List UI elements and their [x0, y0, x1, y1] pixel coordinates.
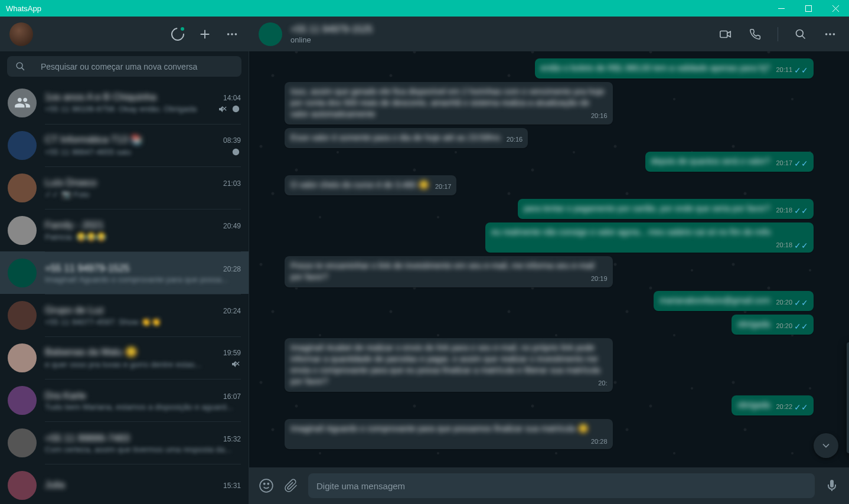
- message-bubble[interactable]: então o boleto de R$1.980,00 tem a valid…: [535, 58, 814, 78]
- svg-point-12: [796, 30, 804, 37]
- chat-avatar: [8, 89, 37, 117]
- chat-time: 15:32: [223, 435, 241, 443]
- new-chat-icon[interactable]: [198, 27, 212, 41]
- close-button[interactable]: [822, 0, 849, 17]
- incoming-message[interactable]: Posso te encaminhar o link de investimen…: [285, 256, 814, 287]
- chat-item[interactable]: +55 11 94979-152520:28Imaginal! Aguardo …: [0, 251, 249, 294]
- maximize-button[interactable]: [795, 0, 822, 17]
- chat-time: 16:07: [223, 392, 241, 401]
- search-input[interactable]: Pesquisar ou começar uma nova conversa: [7, 56, 241, 77]
- message-bubble[interactable]: eu realmente não consigo o valor agora..…: [485, 222, 814, 253]
- chat-time: 21:03: [223, 179, 241, 188]
- chat-menu-icon[interactable]: [823, 27, 837, 41]
- svg-rect-1: [805, 5, 811, 11]
- menu-icon[interactable]: [225, 27, 239, 41]
- my-avatar[interactable]: [9, 22, 33, 46]
- outgoing-message[interactable]: então o boleto de R$1.980,00 tem a valid…: [285, 58, 814, 78]
- mic-icon[interactable]: [824, 478, 840, 493]
- minimize-button[interactable]: [768, 0, 795, 17]
- chat-item-body: Julia15:31: [45, 464, 241, 504]
- svg-point-16: [833, 33, 835, 35]
- chat-time: 20:24: [223, 307, 241, 315]
- svg-point-5: [231, 33, 233, 35]
- emoji-icon[interactable]: [259, 478, 274, 493]
- messages-pane[interactable]: então o boleto de R$1.980,00 tem a valid…: [249, 51, 849, 467]
- attach-icon[interactable]: [283, 478, 299, 493]
- chat-item[interactable]: CT Informática T13 📚08:39+55 11 96647-46…: [0, 124, 249, 166]
- message-bubble[interactable]: O valor cheio do curso é de 3.480 😊20:17: [285, 175, 456, 195]
- message-bubble[interactable]: depois de quantos será o valor?20:17✓✓: [645, 152, 814, 172]
- outgoing-message[interactable]: obrigada20:22✓✓: [285, 395, 814, 415]
- outgoing-message[interactable]: obrigada20:20✓✓: [285, 315, 814, 335]
- message-text: obrigada: [737, 400, 770, 410]
- chat-item[interactable]: Julia15:31: [0, 464, 249, 504]
- scroll-to-bottom-button[interactable]: [814, 433, 838, 458]
- video-call-icon[interactable]: [719, 27, 733, 41]
- message-bubble[interactable]: Imaginal! Aguardo o comprovante para que…: [285, 419, 613, 449]
- message-meta: 20:11✓✓: [776, 66, 808, 74]
- message-bubble[interactable]: Isso, assim que gerado ele fica disponív…: [285, 82, 613, 125]
- ctx-forward[interactable]: Encaminhar mensagem: [847, 371, 849, 402]
- svg-point-17: [260, 479, 273, 492]
- incoming-message[interactable]: Isso, assim que gerado ele fica disponív…: [285, 82, 814, 125]
- message-time: 20:: [598, 378, 607, 389]
- muted-icon: [230, 359, 241, 369]
- message-text: depois de quantos será o valor?: [651, 156, 770, 166]
- chat-item[interactable]: Balsenas da Malu 😊19:59e quer osso pra l…: [0, 336, 249, 379]
- message-text: Posso te encaminhar o link de investimen…: [290, 261, 595, 282]
- chat-item-body: +55 11 99886-748315:32Com certeza, assim…: [45, 421, 241, 464]
- message-bubble[interactable]: obrigada20:20✓✓: [732, 315, 814, 335]
- svg-point-19: [267, 483, 269, 485]
- message-bubble[interactable]: marianabonifacio@gmail.com20:20✓✓: [654, 291, 814, 311]
- chat-name: CT Informática T13 📚: [45, 134, 143, 145]
- incoming-message[interactable]: Imaginal! Aguardo o comprovante para que…: [285, 419, 814, 449]
- chat-item[interactable]: 1os anos A e B Chiquinha14:04+55 11 9810…: [0, 81, 249, 124]
- chat-avatar: [8, 343, 37, 372]
- chat-preview: +55 11 94077-4597: Show 👏👏: [45, 317, 161, 326]
- chat-item[interactable]: Grupo de Luz20:24+55 11 94077-4597: Show…: [0, 294, 249, 336]
- message-meta: 20:16: [591, 112, 608, 120]
- status-icon[interactable]: [171, 27, 185, 41]
- chat-time: 14:04: [223, 94, 241, 102]
- outgoing-message[interactable]: eu realmente não consigo o valor agora..…: [285, 222, 814, 253]
- message-meta: 20:17: [435, 182, 452, 191]
- incoming-message[interactable]: Imaginal! Acabei de realizar o envio do …: [285, 338, 814, 392]
- voice-call-icon[interactable]: [748, 27, 762, 41]
- ctx-reply[interactable]: Responder: [847, 348, 849, 371]
- read-receipt-icon: ✓✓: [794, 207, 808, 215]
- outgoing-message[interactable]: para tentar o pagamento por cartão, por …: [285, 199, 814, 219]
- message-bubble[interactable]: Imaginal! Acabei de realizar o envio do …: [285, 338, 613, 392]
- chat-name: Family - 2021: [45, 220, 104, 231]
- chat-item[interactable]: Dra Karle16:07Tudo bem Mariana, estamos …: [0, 379, 249, 421]
- message-bubble[interactable]: Posso te encaminhar o link de investimen…: [285, 256, 613, 287]
- message-bubble[interactable]: Esse valor é somente para o dia de hoje …: [285, 128, 528, 148]
- message-input[interactable]: Digite uma mensagem: [308, 473, 815, 498]
- chat-list[interactable]: 1os anos A e B Chiquinha14:04+55 11 9810…: [0, 81, 249, 504]
- message-time: 20:17: [776, 158, 792, 169]
- contact-avatar[interactable]: [259, 22, 282, 46]
- chat-item[interactable]: Family - 202120:49Patricia: 😂😂😂: [0, 209, 249, 251]
- read-receipt-icon: ✓✓: [794, 159, 808, 168]
- message-time: 20:17: [435, 181, 452, 192]
- muted-icon: [217, 104, 228, 114]
- incoming-message[interactable]: O valor cheio do curso é de 3.480 😊20:17: [285, 175, 814, 195]
- chat-item[interactable]: Luís Drseco21:03✓✓ 📷 Foto: [0, 166, 249, 209]
- ctx-delete[interactable]: Apagar mensagem: [847, 425, 849, 447]
- outgoing-message[interactable]: depois de quantos será o valor?20:17✓✓: [285, 152, 814, 172]
- app-title: WhatsApp: [6, 4, 41, 13]
- message-text: O valor cheio do curso é de 3.480 😊: [290, 180, 429, 189]
- left-header: [0, 17, 249, 51]
- conversation-header[interactable]: +55 11 94979-1525 online: [249, 17, 849, 51]
- chat-avatar: [8, 174, 37, 202]
- chat-name: Julia: [45, 479, 65, 490]
- message-bubble[interactable]: obrigada20:22✓✓: [732, 395, 814, 415]
- search-in-chat-icon[interactable]: [794, 27, 808, 41]
- chat-item-body: CT Informática T13 📚08:39+55 11 96647-46…: [45, 124, 241, 166]
- message-bubble[interactable]: para tentar o pagamento por cartão, por …: [518, 199, 814, 219]
- message-text: obrigada: [737, 319, 770, 329]
- chat-item[interactable]: +55 11 99886-748315:32Com certeza, assim…: [0, 421, 249, 464]
- incoming-message[interactable]: Esse valor é somente para o dia de hoje …: [285, 128, 814, 148]
- outgoing-message[interactable]: marianabonifacio@gmail.com20:20✓✓: [285, 291, 814, 311]
- search-bar: Pesquisar ou começar uma nova conversa: [0, 51, 249, 81]
- ctx-star[interactable]: Favoritar mensagem: [847, 402, 849, 425]
